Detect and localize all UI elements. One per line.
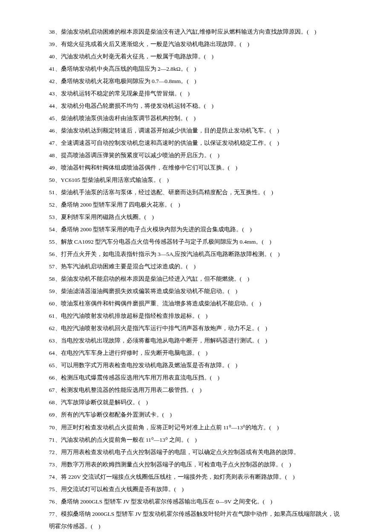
question-line: 74、将 220V 交流试灯一端接点火线圈低压线柱，一端接外壳，如灯亮则表示有断… xyxy=(49,471,343,483)
question-line: 65、可以用数字式万用表检查电控发动机电路及燃油泵是否有故障。( ) xyxy=(49,359,343,371)
question-line: 63、当电控发动机出现故障，必须将蓄电池从电路中断开，用解码器进行测试。( ) xyxy=(49,334,343,347)
question-line: 54、桑塔纳 2000 型轿车采用的电子点火模块内部为先进的混合集成电路。( ) xyxy=(49,223,343,236)
question-line: 68、汽车故障诊断仪就是解码仪。( ) xyxy=(49,396,343,408)
question-line: 71、汽油发动机的点火提前角一般在 11⁰—13⁰ 之间。( ) xyxy=(49,434,343,446)
question-line: 67、检测发电机整流器的性能应选用万用表二极管挡。( ) xyxy=(49,384,343,396)
question-line: 66、检测压电式爆震传感器应选用汽车用万用表直流电压挡。( ) xyxy=(49,371,343,384)
question-line: 39、有熄火征兆或着火后又逐渐熄火，一般是汽油发动机电路出现故障。( ) xyxy=(49,38,343,50)
question-line: 72、用万用表检查发动机电子点火控制器端子的电阻，可以确定点火控制器或有关电路的… xyxy=(49,446,343,458)
question-line: 59、柴油滤清器溢油阀磨损失效或偏装将造成柴油发动机不能启动。( ) xyxy=(49,285,343,297)
question-line: 51、柴油机手油泵的活塞与泵体，经过选配、研磨而达到高精度配合，无互换性。( ) xyxy=(49,186,343,198)
question-line: 77、模拟桑塔纳 2000GLS 型轿车 JV 型发动机霍尔传感器触发叶轮叶片在… xyxy=(49,508,343,532)
question-line: 62、电控汽油喷射发动机回火是指汽车运行中排气消声器有放炮声，动力不足。( ) xyxy=(49,322,343,334)
question-line: 56、打开点火开关，如电流表指针指示为 3—5A,应按汽油机高压电路断路故障检测… xyxy=(49,248,343,260)
question-line: 45、柴油机喷油泵供油齿杆由油泵调节器机构控制。( ) xyxy=(49,112,343,124)
question-line: 69、所有的汽车诊断仪都配备外置测试卡。( ) xyxy=(49,408,343,421)
question-line: 64、在电控汽车车身上进行焊修时，应先断开电脑电源。( ) xyxy=(49,347,343,359)
question-line: 70、用正时灯检查发动机点火提前角，应将正时记号对准上止点前 11⁰—13⁰的地… xyxy=(49,421,343,434)
question-line: 47、全速调速器可自动控制发动机怠速和高速时的供油量，以保证发动机稳定工作。( … xyxy=(49,137,343,149)
question-line: 52、桑塔纳 2000 型轿车采用了四电极火花塞。( ) xyxy=(49,198,343,211)
question-line: 61、电控汽油喷射发动机排放超标是指经检查排放超标。( ) xyxy=(49,310,343,322)
question-line: 58、柴油发动机不能启动的根本原因是柴油已经进入汽缸，但不能燃烧。( ) xyxy=(49,273,343,285)
question-line: 43、发动机运转不稳定的常见现象是排气管冒烟。( ) xyxy=(49,87,343,100)
document-page: 38、柴油发动机启动困难的根本原因是柴油没有进入汽缸,维修时应从燃料输送方向查找… xyxy=(0,0,392,532)
question-line: 38、柴油发动机启动困难的根本原因是柴油没有进入汽缸,维修时应从燃料输送方向查找… xyxy=(49,26,343,38)
question-line: 73、用数字万用表的欧姆挡测量点火控制器端子的电压，可检查电子点火控制器的故障。… xyxy=(49,458,343,471)
question-line: 46、柴油发动机达到额定转速后，调速器开始减少供油量，目的是防止发动机飞车。( … xyxy=(49,124,343,137)
question-line: 44、发动机分电器凸轮磨损不均匀，将使发动机运转不稳。( ) xyxy=(49,100,343,112)
question-line: 57、热车汽油机启动困难主要是混合气过浓造成的。( ) xyxy=(49,260,343,273)
question-line: 49、喷油器针阀和针阀体组成喷油器偶件，在维修中它们可以互换。( ) xyxy=(49,161,343,174)
question-line: 76、桑塔纳 2000GLS 型轿车 JV 型发动机霍尔传感器输出电压在 0—9… xyxy=(49,495,343,508)
question-line: 75、用交流试灯可以检查点火线圈是否有故障。( ) xyxy=(49,483,343,495)
question-line: 41、桑塔纳发动机中央高压线的电阻应为 2—2.8kΩ。( ) xyxy=(49,63,343,75)
question-line: 55、解放 CA1092 型汽车分电器点火信号传感器转子与定子爪极间隙应为 0.… xyxy=(49,236,343,248)
question-line: 60、喷油泵柱塞偶件和针阀偶件磨损严重、流油增多将造成柴油机不能启动。( ) xyxy=(49,297,343,310)
question-line: 53、夏利轿车采用闭磁路点火线圈。( ) xyxy=(49,211,343,223)
question-line: 40、汽油发动机点火时毫无着火征兆，一般属于电路故障。( ) xyxy=(49,50,343,63)
question-line: 50、YC6105 型柴油机采用活塞式输油泵。( ) xyxy=(49,174,343,186)
question-line: 42、桑塔纳发动机火花塞电极间隙应为 0.7—0.8mm。( ) xyxy=(49,75,343,87)
question-line: 48、提高喷油器调压弹簧的预紧度可以减少喷油的开启压力。( ) xyxy=(49,149,343,161)
